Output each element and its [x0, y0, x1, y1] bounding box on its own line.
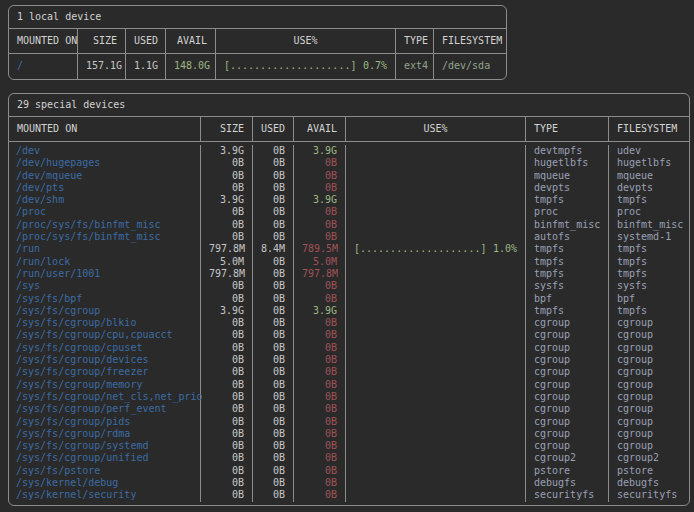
table-row: /sys/fs/cgroup/systemd0B0B0Bcgroupcgroup — [9, 440, 689, 452]
avail-value: 0B — [294, 354, 346, 366]
table-row: /sys/kernel/debug0B0B0Bdebugfsdebugfs — [9, 477, 689, 489]
mount-point: /sys/fs/cgroup/unified — [9, 452, 201, 464]
size-value: 0B — [201, 489, 253, 501]
used-value: 0B — [253, 428, 294, 440]
avail-value: 3.9G — [294, 145, 346, 157]
size-value: 0B — [201, 416, 253, 428]
usage-bar: [....................]0.7% — [216, 54, 396, 79]
size-value: 3.9G — [201, 305, 253, 317]
filesystem-name: cgroup — [609, 403, 689, 415]
filesystem-name: systemd-1 — [609, 231, 689, 243]
filesystem-name: devpts — [609, 182, 689, 194]
mount-point: /proc/sys/fs/binfmt_misc — [9, 231, 201, 243]
fs-type: autofs — [526, 231, 609, 243]
filesystem-name: tmpfs — [609, 243, 689, 255]
avail-value: 0B — [294, 206, 346, 218]
table-header-row: MOUNTED ONSIZEUSEDAVAILUSE%TYPEFILESYSTE… — [9, 29, 506, 54]
used-value: 0B — [253, 329, 294, 341]
filesystem-name: debugfs — [609, 477, 689, 489]
avail-value: 0B — [294, 452, 346, 464]
column-header: USE% — [216, 29, 396, 53]
size-value: 5.0M — [201, 256, 253, 268]
table-row: /sys/fs/cgroup/cpu,cpuacct0B0B0Bcgroupcg… — [9, 329, 689, 341]
size-value: 0B — [201, 477, 253, 489]
size-value: 0B — [201, 354, 253, 366]
filesystem-name: cgroup2 — [609, 452, 689, 464]
used-value: 0B — [253, 354, 294, 366]
filesystem-name: cgroup — [609, 379, 689, 391]
used-value: 0B — [253, 194, 294, 206]
usage-bar — [346, 206, 526, 218]
size-value: 0B — [201, 391, 253, 403]
fs-type: proc — [526, 206, 609, 218]
size-value: 0B — [201, 366, 253, 378]
column-header: MOUNTED ON — [9, 117, 201, 141]
avail-value: 789.5M — [294, 243, 346, 255]
avail-value: 0B — [294, 182, 346, 194]
column-header: USED — [126, 29, 166, 53]
avail-value: 0B — [294, 329, 346, 341]
mount-point: /sys/fs/cgroup/blkio — [9, 317, 201, 329]
table-row: /sys/fs/bpf0B0B0Bbpfbpf — [9, 293, 689, 305]
column-header: AVAIL — [166, 29, 216, 53]
usage-bar — [346, 268, 526, 280]
avail-value: 0B — [294, 440, 346, 452]
mount-point: /proc/sys/fs/binfmt_misc — [9, 219, 201, 231]
avail-value: 0B — [294, 342, 346, 354]
fs-type: pstore — [526, 465, 609, 477]
size-value: 0B — [201, 403, 253, 415]
mount-point: /sys/fs/cgroup/devices — [9, 354, 201, 366]
table-row: /sys/fs/cgroup/blkio0B0B0Bcgroupcgroup — [9, 317, 689, 329]
mount-point: /dev — [9, 145, 201, 157]
avail-value: 0B — [294, 428, 346, 440]
filesystem-name: securityfs — [609, 489, 689, 501]
table-row: /sys/fs/cgroup/pids0B0B0Bcgroupcgroup — [9, 416, 689, 428]
table-row: /dev3.9G0B3.9Gdevtmpfsudev — [9, 145, 689, 157]
usage-bar — [346, 317, 526, 329]
table-row: /sys/fs/pstore0B0B0Bpstorepstore — [9, 465, 689, 477]
fs-type: debugfs — [526, 477, 609, 489]
filesystem-name: cgroup — [609, 416, 689, 428]
fs-type: cgroup — [526, 329, 609, 341]
usage-bar — [346, 280, 526, 292]
used-value: 0B — [253, 477, 294, 489]
filesystem-name: tmpfs — [609, 256, 689, 268]
table-title: 29 special devices — [9, 94, 689, 117]
usage-bar — [346, 256, 526, 268]
avail-value: 0B — [294, 170, 346, 182]
usage-bar — [346, 465, 526, 477]
filesystem-name: udev — [609, 145, 689, 157]
size-value: 0B — [201, 157, 253, 169]
filesystem-name: cgroup — [609, 354, 689, 366]
fs-type: tmpfs — [526, 305, 609, 317]
used-value: 0B — [253, 305, 294, 317]
table-row: /run797.8M8.4M789.5M[...................… — [9, 243, 689, 255]
usage-bar: [....................]1.0% — [346, 243, 526, 255]
filesystem-name: cgroup — [609, 329, 689, 341]
filesystem-name: /dev/sda — [434, 54, 506, 79]
mount-point: /proc — [9, 206, 201, 218]
mount-point: /run — [9, 243, 201, 255]
fs-type: bpf — [526, 293, 609, 305]
column-header: TYPE — [396, 29, 434, 53]
column-header: SIZE — [201, 117, 253, 141]
size-value: 0B — [201, 342, 253, 354]
used-value: 0B — [253, 379, 294, 391]
avail-value: 0B — [294, 219, 346, 231]
mount-point: /dev/shm — [9, 194, 201, 206]
fs-type: devtmpfs — [526, 145, 609, 157]
avail-value: 0B — [294, 477, 346, 489]
size-value: 0B — [201, 428, 253, 440]
column-header: AVAIL — [294, 117, 346, 141]
size-value: 0B — [201, 329, 253, 341]
mount-point: /sys/fs/cgroup/cpu,cpuacct — [9, 329, 201, 341]
usage-bar — [346, 428, 526, 440]
filesystem-name: bpf — [609, 293, 689, 305]
usage-bar — [346, 293, 526, 305]
fs-type: cgroup2 — [526, 452, 609, 464]
used-value: 0B — [253, 317, 294, 329]
usage-bar — [346, 391, 526, 403]
size-value: 0B — [201, 379, 253, 391]
used-value: 0B — [253, 145, 294, 157]
table-row: /sys/fs/cgroup/net_cls,net_prio0B0B0Bcgr… — [9, 391, 689, 403]
